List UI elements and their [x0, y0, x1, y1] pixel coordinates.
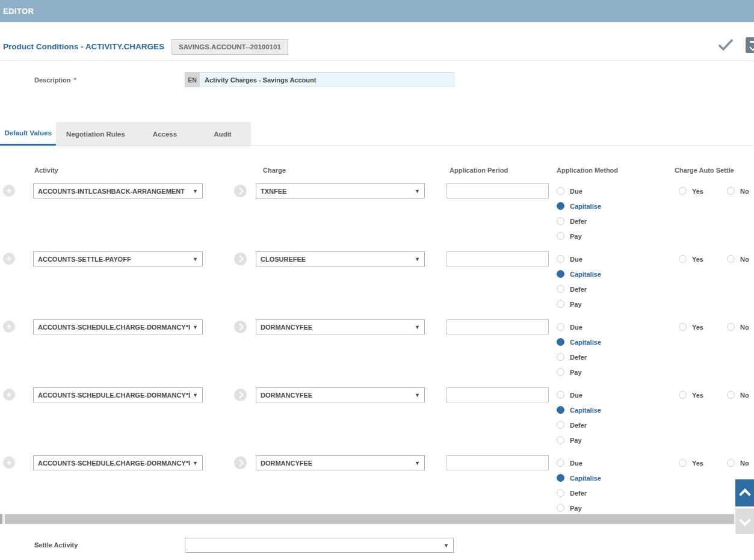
application-method-option-defer[interactable]: Defer	[557, 214, 601, 229]
editor-page: EDITOR Product Conditions - ACTIVITY.CHA…	[0, 0, 754, 560]
application-period-input[interactable]	[447, 387, 549, 402]
activity-select-value: ACCOUNTS-INTLCASHBACK-ARRANGEMENT	[38, 188, 190, 195]
add-row-button[interactable]: +	[3, 457, 15, 469]
window-title: EDITOR	[3, 0, 34, 22]
arrow-right-icon	[234, 457, 247, 469]
application-method-option-capitalise[interactable]: Capitalise	[557, 266, 601, 282]
application-period-input[interactable]	[447, 251, 549, 266]
settle-activity-select[interactable]: ▼	[185, 538, 454, 553]
charge-row: + ACCOUNTS-SCHEDULE.CHARGE-DORMANCY*I ▼ …	[0, 314, 754, 382]
radio-icon	[679, 391, 687, 399]
activity-select[interactable]: ACCOUNTS-SCHEDULE.CHARGE-DORMANCY*D ▼	[33, 387, 203, 402]
charge-auto-settle-option-yes[interactable]: Yes	[679, 455, 703, 470]
required-asterisk: *	[74, 76, 76, 84]
application-method-option-defer[interactable]: Defer	[557, 417, 601, 432]
dropdown-caret-icon: ▼	[415, 256, 420, 262]
scroll-down-button[interactable]	[735, 508, 754, 534]
activity-select[interactable]: ACCOUNTS-SETTLE-PAYOFF ▼	[33, 251, 203, 266]
radio-label: Yes	[692, 324, 703, 331]
activity-select[interactable]: ACCOUNTS-SCHEDULE.CHARGE-DORMANCY*I ▼	[33, 319, 203, 334]
tab-default-values[interactable]: Default Values	[0, 122, 56, 146]
application-method-radio-group: DueCapitaliseDeferPay	[557, 251, 601, 312]
dropdown-caret-icon: ▼	[415, 392, 420, 398]
commit-dropdown-icon[interactable]	[746, 37, 754, 53]
application-method-option-capitalise[interactable]: Capitalise	[557, 402, 601, 417]
record-id-badge: SAVINGS.ACCOUNT--20100101	[172, 39, 288, 55]
activity-select[interactable]: ACCOUNTS-INTLCASHBACK-ARRANGEMENT ▼	[33, 183, 203, 198]
application-period-input[interactable]	[447, 455, 549, 470]
radio-icon	[557, 217, 564, 225]
application-method-option-capitalise[interactable]: Capitalise	[557, 334, 601, 349]
application-method-option-due[interactable]: Due	[557, 455, 601, 470]
add-row-button[interactable]: +	[3, 253, 15, 265]
horizontal-scrollbar-thumb[interactable]	[5, 514, 734, 524]
application-method-option-capitalise[interactable]: Capitalise	[557, 198, 601, 214]
application-method-option-due[interactable]: Due	[557, 183, 601, 198]
description-input[interactable]	[200, 72, 454, 87]
charge-select[interactable]: DORMANCYFEE ▼	[256, 455, 425, 470]
charge-row: + ACCOUNTS-SCHEDULE.CHARGE-DORMANCY*D ▼ …	[0, 382, 754, 450]
radio-icon	[727, 255, 735, 263]
add-row-button[interactable]: +	[3, 321, 15, 333]
charge-select[interactable]: TXNFEE ▼	[256, 183, 425, 198]
charge-row: + ACCOUNTS-INTLCASHBACK-ARRANGEMENT ▼ TX…	[0, 178, 754, 246]
arrow-right-icon	[234, 185, 247, 197]
application-method-option-defer[interactable]: Defer	[557, 349, 601, 365]
application-method-option-defer[interactable]: Defer	[557, 485, 601, 500]
radio-label: Pay	[570, 437, 582, 444]
charge-auto-settle-option-no[interactable]: No	[727, 455, 749, 470]
application-method-option-capitalise[interactable]: Capitalise	[557, 470, 601, 485]
chevron-down-glyph	[749, 44, 754, 51]
radio-icon	[557, 232, 564, 240]
charge-select[interactable]: DORMANCYFEE ▼	[256, 387, 425, 402]
charge-auto-settle-option-yes[interactable]: Yes	[679, 387, 703, 402]
radio-label: No	[740, 324, 749, 331]
plus-icon: +	[7, 321, 12, 331]
charge-auto-settle-option-yes[interactable]: Yes	[679, 183, 703, 198]
column-header-charge-auto-settle: Charge Auto Settle	[675, 167, 734, 174]
add-row-button[interactable]: +	[3, 185, 15, 197]
charge-select-value: TXNFEE	[261, 188, 412, 195]
activity-select[interactable]: ACCOUNTS-SCHEDULE.CHARGE-DORMANCY*U ▼	[33, 455, 203, 470]
application-method-option-pay[interactable]: Pay	[557, 229, 601, 244]
validate-check-icon[interactable]	[717, 38, 734, 52]
tab-access[interactable]: Access	[135, 122, 194, 146]
charge-auto-settle-option-no[interactable]: No	[727, 251, 749, 266]
application-method-option-pay[interactable]: Pay	[557, 432, 601, 448]
charge-auto-settle-option-yes[interactable]: Yes	[679, 251, 703, 266]
application-period-input[interactable]	[447, 183, 549, 198]
radio-label: Capitalise	[570, 475, 601, 482]
radio-label: Defer	[570, 354, 587, 361]
radio-icon	[679, 255, 687, 263]
radio-icon	[557, 368, 564, 376]
application-method-option-due[interactable]: Due	[557, 387, 601, 402]
radio-icon	[679, 187, 687, 195]
tab-negotiation-rules[interactable]: Negotiation Rules	[56, 122, 135, 146]
application-period-input[interactable]	[447, 319, 549, 334]
application-method-option-pay[interactable]: Pay	[557, 365, 601, 380]
application-method-option-due[interactable]: Due	[557, 251, 601, 266]
charge-select[interactable]: CLOSUREFEE ▼	[256, 251, 425, 266]
radio-icon	[557, 406, 564, 414]
radio-label: Yes	[692, 256, 703, 263]
application-method-option-due[interactable]: Due	[557, 319, 601, 334]
radio-label: Yes	[692, 188, 703, 195]
application-method-option-defer[interactable]: Defer	[557, 282, 601, 297]
radio-label: Capitalise	[570, 271, 601, 278]
application-method-option-pay[interactable]: Pay	[557, 297, 601, 312]
charge-auto-settle-option-no[interactable]: No	[727, 387, 749, 402]
charge-auto-settle-option-yes[interactable]: Yes	[679, 319, 703, 334]
charge-auto-settle-option-no[interactable]: No	[727, 183, 749, 198]
radio-label: No	[740, 392, 749, 399]
add-row-button[interactable]: +	[3, 389, 15, 401]
tab-audit[interactable]: Audit	[194, 122, 251, 146]
arrow-right-icon	[234, 253, 247, 265]
radio-label: Defer	[570, 286, 587, 293]
radio-icon	[557, 202, 564, 210]
scroll-up-button[interactable]	[735, 479, 754, 506]
radio-icon	[557, 474, 564, 482]
tab-bar-divider	[0, 146, 754, 146]
charge-select[interactable]: DORMANCYFEE ▼	[256, 319, 425, 334]
radio-icon	[557, 323, 564, 331]
charge-auto-settle-option-no[interactable]: No	[727, 319, 749, 334]
